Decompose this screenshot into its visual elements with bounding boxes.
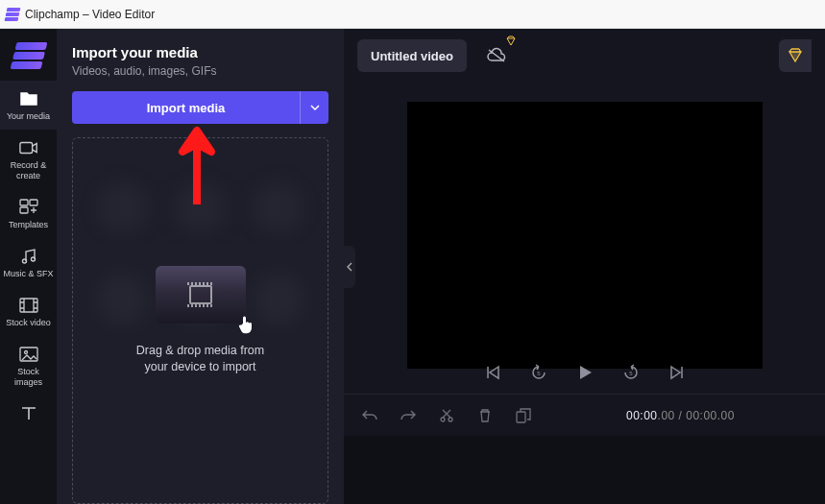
left-nav-rail: Your media Record & create Templates Mus…: [0, 29, 57, 504]
sidebar-item-label: Stock images: [14, 367, 42, 388]
media-panel: Import your media Videos, audio, images,…: [57, 29, 344, 504]
app-logo-icon: [5, 8, 21, 21]
sidebar-item-music-sfx[interactable]: Music & SFX: [0, 238, 57, 287]
cloud-off-icon: [486, 47, 507, 64]
hand-cursor-icon: [236, 314, 255, 335]
svg-rect-3: [20, 207, 28, 213]
collapse-panel-button[interactable]: [344, 246, 355, 288]
svg-point-11: [441, 418, 445, 421]
svg-rect-2: [30, 200, 37, 205]
split-button[interactable]: [438, 407, 455, 424]
sidebar-item-label: Templates: [9, 220, 48, 230]
timeline-toolbar: 00:00.00 / 00:00.00: [344, 394, 825, 436]
sidebar-item-label: Your media: [7, 111, 50, 122]
camera-icon: [19, 139, 38, 156]
diamond-icon: [787, 48, 804, 63]
top-toolbar: Untitled video: [344, 29, 825, 83]
window-title: Clipchamp – Video Editor: [25, 8, 155, 21]
svg-point-8: [24, 351, 27, 354]
sidebar-item-stock-images[interactable]: Stock images: [0, 336, 57, 396]
svg-rect-1: [20, 200, 28, 205]
text-icon: [19, 405, 38, 422]
music-icon: [19, 248, 38, 265]
diamond-icon: [505, 36, 517, 47]
playback-controls: 5 5: [344, 351, 825, 394]
cloud-sync-button[interactable]: [480, 39, 513, 72]
film-icon: [189, 285, 212, 304]
sidebar-item-your-media[interactable]: Your media: [0, 81, 57, 130]
skip-start-button[interactable]: [482, 362, 503, 383]
timeline-track-area[interactable]: [344, 436, 825, 504]
window-titlebar: Clipchamp – Video Editor: [0, 0, 825, 29]
svg-rect-0: [19, 143, 32, 154]
sidebar-item-text[interactable]: [0, 396, 57, 434]
panel-heading: Import your media: [72, 44, 328, 60]
video-preview-area: [344, 83, 825, 351]
redo-button[interactable]: [400, 407, 417, 424]
forward-button[interactable]: 5: [620, 362, 642, 383]
current-time-fraction: .00: [658, 409, 675, 422]
time-separator: /: [675, 409, 687, 422]
dropzone-message: Drag & drop media from your device to im…: [136, 343, 264, 375]
chevron-left-icon: [347, 262, 352, 272]
svg-point-12: [449, 418, 452, 421]
play-button[interactable]: [574, 362, 595, 383]
svg-text:5: 5: [537, 371, 541, 376]
image-icon: [19, 346, 38, 363]
sidebar-item-label: Record & create: [11, 160, 47, 181]
duplicate-button[interactable]: [515, 407, 532, 424]
skip-end-button[interactable]: [667, 362, 688, 383]
sidebar-item-label: Stock video: [6, 318, 51, 328]
svg-point-4: [22, 259, 26, 263]
import-media-button[interactable]: Import media: [72, 91, 300, 124]
chevron-down-icon: [310, 105, 320, 110]
import-media-dropdown-button[interactable]: [300, 91, 328, 124]
total-time: 00:00: [686, 409, 717, 422]
svg-rect-6: [20, 299, 37, 312]
current-time: 00:00: [626, 409, 658, 422]
delete-button[interactable]: [476, 407, 494, 424]
svg-point-5: [31, 257, 35, 261]
total-time-fraction: .00: [717, 409, 735, 422]
templates-icon: [19, 199, 38, 216]
editor-stage: Untitled video 5 5: [344, 29, 825, 504]
media-drop-zone[interactable]: Drag & drop media from your device to im…: [72, 137, 328, 504]
premium-button[interactable]: [779, 39, 812, 72]
sidebar-item-record-create[interactable]: Record & create: [0, 130, 57, 189]
timecode-display: 00:00.00 / 00:00.00: [553, 409, 808, 422]
sidebar-item-stock-video[interactable]: Stock video: [0, 287, 57, 336]
rewind-button[interactable]: 5: [528, 362, 549, 383]
panel-subheading: Videos, audio, images, GIFs: [72, 64, 328, 78]
undo-button[interactable]: [361, 407, 378, 424]
project-title-button[interactable]: Untitled video: [357, 39, 467, 72]
sidebar-item-templates[interactable]: Templates: [0, 189, 57, 238]
svg-rect-13: [517, 412, 525, 422]
video-canvas[interactable]: [407, 102, 763, 369]
sidebar-item-label: Music & SFX: [3, 269, 53, 279]
film-icon: [19, 297, 38, 314]
app-logo-icon: [10, 42, 47, 69]
svg-text:5: 5: [629, 371, 633, 376]
folder-icon: [19, 90, 38, 108]
dropzone-thumbnail: [156, 266, 246, 324]
